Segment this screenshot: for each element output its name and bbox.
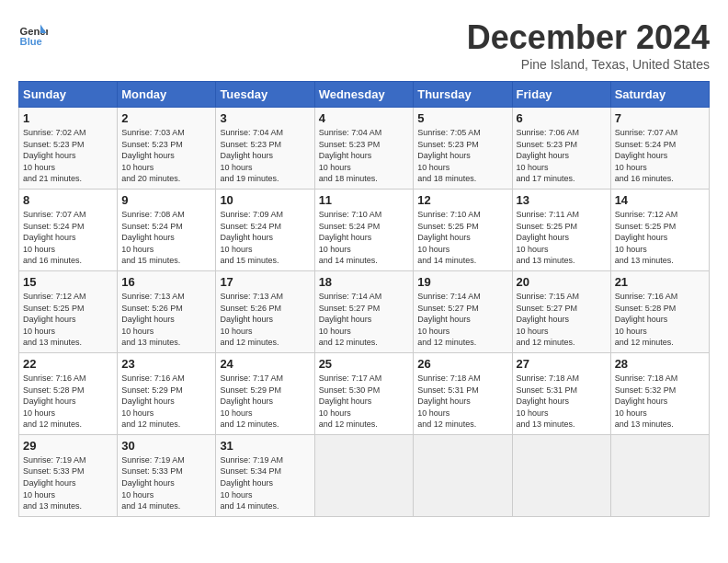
table-row: 20 Sunrise: 7:15 AM Sunset: 5:27 PM Dayl… (512, 270, 610, 352)
day-number: 12 (417, 193, 507, 207)
table-row: 26 Sunrise: 7:18 AM Sunset: 5:31 PM Dayl… (414, 352, 512, 434)
day-number: 11 (319, 193, 410, 207)
day-info: Sunrise: 7:17 AM Sunset: 5:29 PM Dayligh… (220, 373, 310, 431)
day-info: Sunrise: 7:10 AM Sunset: 5:24 PM Dayligh… (319, 209, 410, 267)
table-row: 5 Sunrise: 7:05 AM Sunset: 5:23 PM Dayli… (414, 108, 512, 190)
day-number: 16 (121, 275, 211, 289)
table-row: 3 Sunrise: 7:04 AM Sunset: 5:23 PM Dayli… (216, 108, 314, 190)
table-row: 22 Sunrise: 7:16 AM Sunset: 5:28 PM Dayl… (19, 352, 118, 434)
day-number: 15 (23, 275, 113, 289)
table-row: 31 Sunrise: 7:19 AM Sunset: 5:34 PM Dayl… (216, 434, 314, 516)
calendar-row: 15 Sunrise: 7:12 AM Sunset: 5:25 PM Dayl… (19, 270, 710, 352)
header-friday: Friday (512, 82, 610, 108)
table-row: 13 Sunrise: 7:11 AM Sunset: 5:25 PM Dayl… (512, 189, 610, 270)
day-number: 25 (319, 357, 410, 371)
day-info: Sunrise: 7:11 AM Sunset: 5:25 PM Dayligh… (517, 209, 607, 267)
table-row: 6 Sunrise: 7:06 AM Sunset: 5:23 PM Dayli… (512, 108, 610, 190)
table-row: 8 Sunrise: 7:07 AM Sunset: 5:24 PM Dayli… (19, 189, 118, 270)
day-info: Sunrise: 7:16 AM Sunset: 5:28 PM Dayligh… (615, 291, 705, 349)
table-row: 23 Sunrise: 7:16 AM Sunset: 5:29 PM Dayl… (118, 352, 216, 434)
table-row (314, 434, 414, 516)
day-info: Sunrise: 7:18 AM Sunset: 5:31 PM Dayligh… (517, 373, 607, 431)
day-number: 8 (23, 193, 113, 207)
table-row: 19 Sunrise: 7:14 AM Sunset: 5:27 PM Dayl… (414, 270, 512, 352)
day-info: Sunrise: 7:14 AM Sunset: 5:27 PM Dayligh… (319, 291, 410, 349)
day-info: Sunrise: 7:05 AM Sunset: 5:23 PM Dayligh… (417, 127, 507, 185)
table-row: 4 Sunrise: 7:04 AM Sunset: 5:23 PM Dayli… (314, 108, 414, 190)
day-info: Sunrise: 7:03 AM Sunset: 5:23 PM Dayligh… (121, 127, 211, 185)
day-number: 18 (319, 275, 410, 289)
day-info: Sunrise: 7:12 AM Sunset: 5:25 PM Dayligh… (23, 291, 113, 349)
calendar-title: December 2024 (467, 18, 710, 57)
table-row: 18 Sunrise: 7:14 AM Sunset: 5:27 PM Dayl… (314, 270, 414, 352)
table-row: 27 Sunrise: 7:18 AM Sunset: 5:31 PM Dayl… (512, 352, 610, 434)
table-row: 28 Sunrise: 7:18 AM Sunset: 5:32 PM Dayl… (610, 352, 709, 434)
day-info: Sunrise: 7:16 AM Sunset: 5:28 PM Dayligh… (23, 373, 113, 431)
day-info: Sunrise: 7:04 AM Sunset: 5:23 PM Dayligh… (319, 127, 410, 185)
calendar-header-row: Sunday Monday Tuesday Wednesday Thursday… (19, 82, 710, 108)
day-number: 27 (517, 357, 607, 371)
day-info: Sunrise: 7:13 AM Sunset: 5:26 PM Dayligh… (220, 291, 310, 349)
calendar-row: 22 Sunrise: 7:16 AM Sunset: 5:28 PM Dayl… (19, 352, 710, 434)
header: General Blue December 2024 Pine Island, … (18, 18, 710, 72)
table-row: 25 Sunrise: 7:17 AM Sunset: 5:30 PM Dayl… (314, 352, 414, 434)
day-info: Sunrise: 7:02 AM Sunset: 5:23 PM Dayligh… (23, 127, 113, 185)
day-info: Sunrise: 7:04 AM Sunset: 5:23 PM Dayligh… (220, 127, 310, 185)
logo-icon: General Blue (18, 18, 48, 48)
table-row (414, 434, 512, 516)
table-row: 14 Sunrise: 7:12 AM Sunset: 5:25 PM Dayl… (610, 189, 709, 270)
day-info: Sunrise: 7:18 AM Sunset: 5:32 PM Dayligh… (615, 373, 705, 431)
day-info: Sunrise: 7:10 AM Sunset: 5:25 PM Dayligh… (417, 209, 507, 267)
day-info: Sunrise: 7:16 AM Sunset: 5:29 PM Dayligh… (121, 373, 211, 431)
day-number: 13 (517, 193, 607, 207)
table-row: 12 Sunrise: 7:10 AM Sunset: 5:25 PM Dayl… (414, 189, 512, 270)
day-number: 22 (23, 357, 113, 371)
day-number: 20 (517, 275, 607, 289)
day-number: 10 (220, 193, 310, 207)
calendar-row: 8 Sunrise: 7:07 AM Sunset: 5:24 PM Dayli… (19, 189, 710, 270)
header-wednesday: Wednesday (314, 82, 414, 108)
calendar-row: 1 Sunrise: 7:02 AM Sunset: 5:23 PM Dayli… (19, 108, 710, 190)
day-number: 31 (220, 439, 310, 453)
day-number: 2 (121, 111, 211, 125)
table-row: 17 Sunrise: 7:13 AM Sunset: 5:26 PM Dayl… (216, 270, 314, 352)
svg-text:Blue: Blue (20, 36, 42, 47)
day-info: Sunrise: 7:19 AM Sunset: 5:33 PM Dayligh… (23, 454, 113, 512)
day-info: Sunrise: 7:19 AM Sunset: 5:34 PM Dayligh… (220, 454, 310, 512)
day-info: Sunrise: 7:07 AM Sunset: 5:24 PM Dayligh… (615, 127, 705, 185)
table-row: 2 Sunrise: 7:03 AM Sunset: 5:23 PM Dayli… (118, 108, 216, 190)
day-number: 21 (615, 275, 705, 289)
table-row: 21 Sunrise: 7:16 AM Sunset: 5:28 PM Dayl… (610, 270, 709, 352)
table-row: 16 Sunrise: 7:13 AM Sunset: 5:26 PM Dayl… (118, 270, 216, 352)
day-info: Sunrise: 7:13 AM Sunset: 5:26 PM Dayligh… (121, 291, 211, 349)
day-number: 30 (121, 439, 211, 453)
day-number: 4 (319, 111, 410, 125)
day-number: 6 (517, 111, 607, 125)
day-info: Sunrise: 7:12 AM Sunset: 5:25 PM Dayligh… (615, 209, 705, 267)
day-info: Sunrise: 7:08 AM Sunset: 5:24 PM Dayligh… (121, 209, 211, 267)
header-sunday: Sunday (19, 82, 118, 108)
day-info: Sunrise: 7:07 AM Sunset: 5:24 PM Dayligh… (23, 209, 113, 267)
table-row: 30 Sunrise: 7:19 AM Sunset: 5:33 PM Dayl… (118, 434, 216, 516)
header-thursday: Thursday (414, 82, 512, 108)
table-row: 15 Sunrise: 7:12 AM Sunset: 5:25 PM Dayl… (19, 270, 118, 352)
day-info: Sunrise: 7:06 AM Sunset: 5:23 PM Dayligh… (517, 127, 607, 185)
day-number: 29 (23, 439, 113, 453)
table-row: 9 Sunrise: 7:08 AM Sunset: 5:24 PM Dayli… (118, 189, 216, 270)
header-saturday: Saturday (610, 82, 709, 108)
logo: General Blue (18, 18, 48, 48)
day-info: Sunrise: 7:17 AM Sunset: 5:30 PM Dayligh… (319, 373, 410, 431)
day-number: 7 (615, 111, 705, 125)
table-row: 7 Sunrise: 7:07 AM Sunset: 5:24 PM Dayli… (610, 108, 709, 190)
table-row (512, 434, 610, 516)
calendar-subtitle: Pine Island, Texas, United States (467, 57, 710, 72)
title-area: December 2024 Pine Island, Texas, United… (467, 18, 710, 72)
day-number: 19 (417, 275, 507, 289)
day-number: 5 (417, 111, 507, 125)
day-number: 24 (220, 357, 310, 371)
table-row: 10 Sunrise: 7:09 AM Sunset: 5:24 PM Dayl… (216, 189, 314, 270)
table-row: 11 Sunrise: 7:10 AM Sunset: 5:24 PM Dayl… (314, 189, 414, 270)
table-row (610, 434, 709, 516)
header-monday: Monday (118, 82, 216, 108)
calendar-table: Sunday Monday Tuesday Wednesday Thursday… (18, 81, 710, 517)
